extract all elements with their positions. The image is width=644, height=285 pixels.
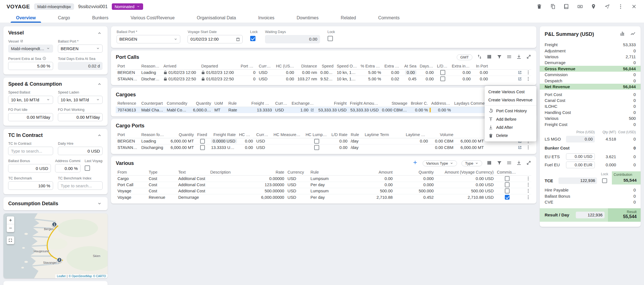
add-various-button[interactable] bbox=[412, 160, 418, 167]
banknote-icon[interactable] bbox=[577, 3, 583, 10]
percent-extra-input[interactable] bbox=[8, 62, 53, 70]
eu-ets-price-input[interactable]: 0.00 USD bbox=[566, 153, 595, 160]
collapse-chevron-icon[interactable] bbox=[96, 30, 103, 36]
map-fullscreen-button[interactable] bbox=[7, 236, 15, 244]
cargo-row[interactable]: 70743613 Mabl Charter... Mabl Commo... 6… bbox=[116, 107, 531, 113]
filter-icon[interactable] bbox=[497, 160, 502, 167]
port-call-row[interactable]: BERGEN Loading 01/02/23 12:00 01/02/23 1… bbox=[116, 70, 531, 76]
vessel-chip[interactable]: Mabl-mloeqmdtqw bbox=[34, 3, 74, 10]
menu-lines-icon[interactable] bbox=[506, 53, 512, 61]
menu-item-create-various-revenue[interactable]: Create Various Revenue bbox=[485, 96, 536, 104]
gmt-chip[interactable]: GMT bbox=[457, 54, 472, 60]
menu-item-add-before[interactable]: Add Before bbox=[485, 115, 536, 123]
tab-various-cost-revenue[interactable]: Various Cost/Revenue bbox=[120, 13, 186, 23]
fixed-checkbox[interactable] bbox=[200, 139, 205, 144]
trash-icon[interactable] bbox=[536, 3, 543, 10]
external-link-icon[interactable] bbox=[517, 145, 522, 150]
tc-benchmark-index-input[interactable] bbox=[58, 181, 103, 190]
tc-in-contract-input[interactable] bbox=[8, 147, 53, 155]
row-more-icon[interactable] bbox=[526, 176, 531, 181]
row-more-icon[interactable] bbox=[526, 145, 531, 150]
expand-icon[interactable] bbox=[526, 160, 531, 167]
various-row[interactable]: Cargo Cost Additonal Cost 0.00000 USD Lu… bbox=[116, 176, 531, 182]
hc-lumpsum-checkbox[interactable] bbox=[314, 139, 319, 144]
map-marker-2[interactable]: 2 bbox=[57, 257, 62, 263]
ballast-bonus-input[interactable] bbox=[8, 164, 51, 172]
speed-ballast-select[interactable]: 10 kn, 10 MT/d bbox=[8, 96, 53, 104]
various-type-filter[interactable]: Various Type bbox=[423, 160, 457, 166]
sort-icon[interactable] bbox=[477, 53, 482, 61]
menu-item-port-cost-history[interactable]: Port Cost History bbox=[485, 107, 536, 115]
send-icon[interactable] bbox=[604, 3, 610, 10]
cargo-port-row[interactable]: BERGEN Loading 6,000.00 MT 0.0000 USD 0.… bbox=[116, 138, 531, 144]
leaflet-link[interactable]: Leaflet bbox=[57, 275, 66, 278]
commission-checkbox[interactable] bbox=[505, 195, 510, 200]
line-chart-icon[interactable] bbox=[630, 31, 636, 38]
more-vert-icon[interactable] bbox=[617, 3, 624, 10]
fixed-checkbox[interactable] bbox=[200, 145, 205, 150]
lock-waiting-checkbox[interactable] bbox=[328, 36, 333, 41]
ld-fixed-checkbox[interactable] bbox=[440, 76, 445, 81]
fuel-eu-price-input[interactable]: 0.00 EUR bbox=[566, 162, 595, 168]
tc-benchmark-input[interactable] bbox=[8, 181, 53, 190]
tab-comments[interactable]: Comments bbox=[367, 13, 411, 23]
carto-link[interactable]: © CARTO bbox=[93, 275, 106, 278]
ls-mgo-price-input[interactable]: 0.00 bbox=[566, 136, 595, 142]
external-link-icon[interactable] bbox=[310, 108, 314, 112]
external-link-icon[interactable] bbox=[20, 39, 23, 43]
collapse-chevron-icon[interactable] bbox=[96, 81, 103, 88]
bar-chart-icon[interactable] bbox=[619, 31, 625, 38]
address-commission-input[interactable] bbox=[55, 164, 80, 172]
various-row[interactable]: Voyage Revenue Demurrage 6,000.00000 USD… bbox=[116, 194, 531, 200]
tab-bunkers[interactable]: Bunkers bbox=[81, 13, 120, 23]
menu-item-create-various-cost[interactable]: Create Various Cost bbox=[485, 88, 536, 96]
row-more-icon[interactable] bbox=[526, 76, 531, 81]
row-more-icon[interactable] bbox=[526, 70, 531, 75]
close-icon[interactable] bbox=[631, 3, 638, 10]
various-row[interactable]: Voyage Cost Additonal Cost 500.00000 USD… bbox=[116, 188, 531, 194]
menu-lines-icon[interactable] bbox=[506, 160, 512, 167]
columns-icon[interactable] bbox=[487, 53, 492, 61]
book-icon[interactable] bbox=[563, 3, 570, 10]
hc-lumpsum-checkbox[interactable] bbox=[314, 145, 319, 150]
voyage-start-date-input[interactable]: 01/02/23 12:00 bbox=[188, 35, 243, 43]
expand-icon[interactable] bbox=[526, 53, 531, 61]
status-badge[interactable]: Nominated bbox=[112, 3, 143, 10]
columns-icon[interactable] bbox=[487, 160, 492, 167]
various-row[interactable]: Port Call Cost Additonal Cost 123.00000 … bbox=[116, 182, 531, 188]
fo-port-idle-input[interactable] bbox=[8, 113, 53, 121]
pin-icon[interactable] bbox=[590, 3, 597, 10]
download-icon[interactable] bbox=[516, 160, 522, 167]
collapse-chevron-icon[interactable] bbox=[96, 132, 103, 139]
copy-icon[interactable] bbox=[550, 3, 556, 10]
menu-item-delete[interactable]: Delete bbox=[485, 132, 536, 140]
row-more-icon[interactable] bbox=[526, 188, 531, 193]
type-filter[interactable]: Type bbox=[461, 160, 482, 166]
row-more-icon[interactable] bbox=[526, 195, 531, 200]
filter-icon[interactable] bbox=[497, 53, 502, 61]
download-icon[interactable] bbox=[516, 53, 522, 61]
ballast-port-select[interactable]: BERGEN bbox=[58, 45, 103, 53]
lock-start-checkbox[interactable] bbox=[250, 36, 255, 41]
main-ballast-port-select[interactable]: BERGEN bbox=[117, 35, 180, 43]
port-call-row[interactable]: STAVANGER Discharging 01/02/23 22:50 01/… bbox=[116, 76, 531, 82]
external-link-icon[interactable] bbox=[517, 70, 522, 75]
tab-overview[interactable]: Overview bbox=[5, 13, 47, 23]
menu-item-add-after[interactable]: Add After bbox=[485, 123, 536, 131]
map-zoom-in-button[interactable]: + bbox=[7, 216, 15, 224]
commission-checkbox[interactable] bbox=[505, 188, 510, 193]
tab-invoices[interactable]: Invoices bbox=[247, 13, 286, 23]
route-map[interactable]: + − 1 2 Bergen Haugesund Stavanger Skien… bbox=[3, 213, 108, 278]
tce-lock-checkbox[interactable] bbox=[602, 178, 607, 183]
row-more-icon[interactable] bbox=[526, 182, 531, 187]
tab-organisational-data[interactable]: Organisational Data bbox=[186, 13, 247, 23]
map-zoom-out-button[interactable]: − bbox=[7, 224, 15, 232]
tce-input[interactable]: 122,936 bbox=[558, 177, 597, 184]
calendar-icon[interactable] bbox=[236, 37, 240, 41]
last-voyage-checkbox[interactable] bbox=[85, 165, 90, 171]
vessel-select[interactable]: Mabl-mloeqmdtqw bbox=[8, 45, 53, 53]
osm-link[interactable]: © OpenStreetMap bbox=[69, 275, 92, 278]
fo-port-working-input[interactable] bbox=[58, 113, 103, 121]
commission-checkbox[interactable] bbox=[505, 182, 510, 187]
tab-related[interactable]: Related bbox=[330, 13, 367, 23]
